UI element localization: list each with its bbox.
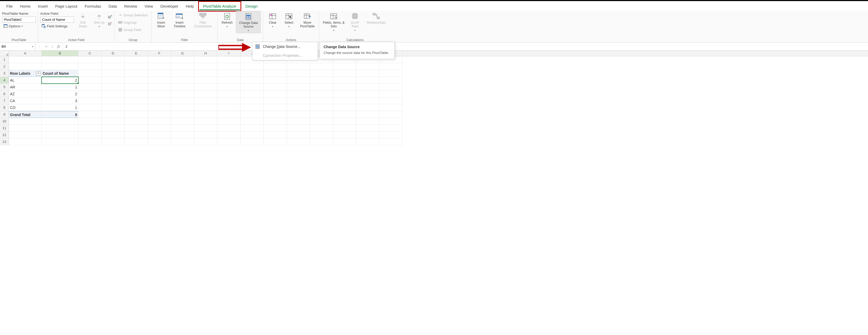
expand-field-icon[interactable]: [108, 15, 112, 19]
cell[interactable]: [310, 77, 333, 84]
cell[interactable]: [379, 91, 403, 97]
row-header[interactable]: 3: [0, 70, 9, 77]
cell[interactable]: [287, 104, 310, 111]
tab-help[interactable]: Help: [182, 2, 197, 10]
col-header[interactable]: A: [9, 51, 41, 56]
row-header[interactable]: 1: [0, 56, 9, 63]
cell[interactable]: [379, 111, 403, 118]
cell[interactable]: [41, 56, 79, 63]
col-header[interactable]: B: [41, 51, 79, 56]
cell[interactable]: [356, 139, 379, 145]
cell[interactable]: [379, 77, 403, 84]
cell[interactable]: [125, 77, 148, 84]
pivot-value-cell[interactable]: 1: [41, 104, 79, 111]
cell[interactable]: [79, 125, 101, 131]
enter-icon[interactable]: ✓: [51, 44, 54, 49]
worksheet-grid[interactable]: A B C D E F G H I J K L M N O P 123Row L…: [0, 51, 868, 145]
cell[interactable]: [310, 131, 333, 139]
cell[interactable]: [79, 104, 101, 111]
cell[interactable]: [310, 63, 333, 70]
cell[interactable]: [356, 63, 379, 70]
col-header[interactable]: F: [148, 51, 171, 56]
cell[interactable]: [148, 139, 171, 145]
name-box[interactable]: ▾: [0, 42, 35, 50]
cell[interactable]: [333, 104, 356, 111]
cell[interactable]: [356, 91, 379, 97]
cell[interactable]: [171, 91, 194, 97]
select-all-corner[interactable]: [0, 51, 9, 56]
cell[interactable]: [264, 111, 287, 118]
cell[interactable]: [264, 63, 287, 70]
cell[interactable]: [217, 104, 241, 111]
cell[interactable]: [125, 84, 148, 91]
cell[interactable]: [287, 84, 310, 91]
cell[interactable]: [125, 104, 148, 111]
pivot-values-header[interactable]: Count of Name: [41, 70, 79, 77]
cell[interactable]: [148, 118, 171, 125]
cell[interactable]: [79, 84, 101, 91]
cell[interactable]: [287, 63, 310, 70]
cell[interactable]: [379, 63, 403, 70]
refresh-button[interactable]: Refresh ▾: [220, 11, 235, 29]
pivot-value-cell[interactable]: 2: [41, 77, 79, 84]
tab-pivottable-analyze[interactable]: PivotTable Analyze: [199, 2, 240, 10]
cell[interactable]: [287, 118, 310, 125]
cell[interactable]: [356, 111, 379, 118]
cell[interactable]: [148, 70, 171, 77]
cell[interactable]: [79, 91, 101, 97]
cell[interactable]: [241, 131, 264, 139]
cell[interactable]: [101, 104, 125, 111]
cell[interactable]: [101, 63, 125, 70]
row-header[interactable]: 13: [0, 139, 9, 145]
row-header[interactable]: 12: [0, 131, 9, 139]
cell[interactable]: [217, 77, 241, 84]
cell[interactable]: [310, 111, 333, 118]
cell[interactable]: [101, 97, 125, 104]
cell[interactable]: [148, 91, 171, 97]
cell[interactable]: [287, 131, 310, 139]
cell[interactable]: [264, 125, 287, 131]
clear-button[interactable]: Clear ▾: [265, 11, 280, 29]
tab-formulas[interactable]: Formulas: [81, 2, 105, 10]
cell[interactable]: [264, 91, 287, 97]
cell[interactable]: [379, 70, 403, 77]
cell[interactable]: [194, 77, 217, 84]
cell[interactable]: [171, 111, 194, 118]
pivot-row-label[interactable]: AR: [9, 84, 41, 91]
cell[interactable]: [241, 111, 264, 118]
cell[interactable]: [241, 97, 264, 104]
select-button[interactable]: Select ▾: [282, 11, 296, 29]
cell[interactable]: [217, 97, 241, 104]
row-header[interactable]: 7: [0, 97, 9, 104]
row-header[interactable]: 11: [0, 125, 9, 131]
cell[interactable]: [9, 63, 41, 70]
cell[interactable]: [194, 125, 217, 131]
cell[interactable]: [379, 118, 403, 125]
col-header[interactable]: E: [125, 51, 148, 56]
cell[interactable]: [79, 77, 101, 84]
cell[interactable]: [379, 125, 403, 131]
cell[interactable]: [148, 131, 171, 139]
pivot-row-label[interactable]: CO: [9, 104, 41, 111]
move-pivottable-button[interactable]: Move PivotTable: [298, 11, 317, 29]
cell[interactable]: [194, 84, 217, 91]
cell[interactable]: [194, 56, 217, 63]
change-data-source-button[interactable]: Change Data Source ▾: [236, 11, 261, 33]
cell[interactable]: [79, 63, 101, 70]
cell[interactable]: [125, 139, 148, 145]
cell[interactable]: [356, 70, 379, 77]
cell[interactable]: [125, 111, 148, 118]
cell[interactable]: [171, 70, 194, 77]
cell[interactable]: [148, 56, 171, 63]
cell[interactable]: [217, 63, 241, 70]
cell[interactable]: [125, 63, 148, 70]
col-header[interactable]: D: [101, 51, 125, 56]
pivot-value-cell[interactable]: 2: [41, 91, 79, 97]
cell[interactable]: [264, 70, 287, 77]
cell[interactable]: [333, 70, 356, 77]
cell[interactable]: [194, 97, 217, 104]
cell[interactable]: [287, 70, 310, 77]
row-header[interactable]: 2: [0, 63, 9, 70]
cell[interactable]: [287, 111, 310, 118]
cell[interactable]: [310, 139, 333, 145]
